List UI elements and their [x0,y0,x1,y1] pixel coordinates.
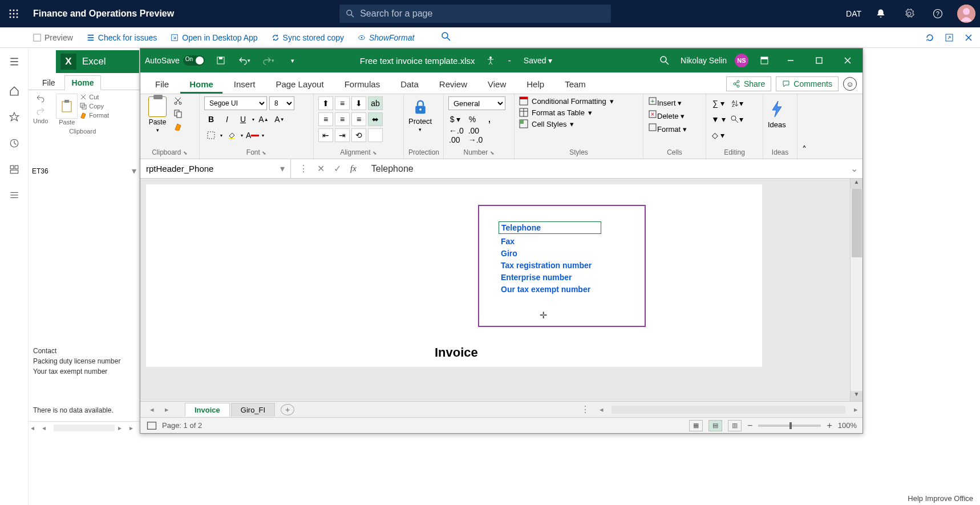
ribbon-display-icon[interactable] [756,52,772,68]
help-icon[interactable]: ? [929,5,947,23]
tab-insert[interactable]: Insert [225,75,265,94]
conditional-formatting-button[interactable]: Conditional Formatting ▾ [519,96,614,106]
font-color-button[interactable]: A [245,128,260,142]
mini-name-box[interactable] [32,167,83,175]
favorites-nav-icon[interactable] [9,112,19,124]
format-as-table-button[interactable]: Format as Table ▾ [519,108,614,117]
align-right-icon[interactable]: ≡ [351,112,366,126]
global-search[interactable]: Search for a page [339,5,611,23]
format-cells-button[interactable]: Format ▾ [648,123,687,134]
align-bottom-icon[interactable]: ⬇ [351,96,366,110]
zoom-out-button[interactable]: − [747,421,752,431]
currency-button[interactable]: $ ▾ [448,112,462,126]
protect-icon[interactable] [412,99,429,116]
cut-icon[interactable] [173,96,183,106]
clear-button[interactable]: ◇ ▾ [711,128,726,142]
accessibility-icon[interactable] [486,56,495,65]
format-painter-icon[interactable] [173,122,183,131]
underline-button[interactable]: U [236,112,250,126]
comments-button[interactable]: Comments [776,76,839,91]
tab-home[interactable]: Home [180,75,222,94]
tab-data[interactable]: Data [391,75,428,94]
refresh-icon[interactable] [925,33,934,42]
autosum-button[interactable]: ∑ ▾ [711,96,726,110]
ideas-icon[interactable] [769,100,785,118]
sheet-tab-giro[interactable]: Giro_FI [231,403,275,417]
tab-formulas[interactable]: Formulas [335,75,390,94]
notifications-icon[interactable] [872,5,890,23]
share-button[interactable]: Share [726,76,771,91]
mini-copy[interactable]: Copy [80,103,109,110]
comma-button[interactable]: , [483,112,496,126]
tab-team[interactable]: Team [556,75,595,94]
formula-bar[interactable]: Telephone [365,164,851,174]
search-command-icon[interactable] [442,32,451,43]
add-sheet-button[interactable]: + [281,404,294,415]
title-search-icon[interactable] [657,52,673,68]
open-desktop-command[interactable]: Open in Desktop App [171,33,257,42]
align-left-icon[interactable]: ≡ [318,112,333,126]
border-button[interactable] [204,128,218,142]
mini-paste-button[interactable] [56,94,78,119]
popout-icon[interactable] [945,33,954,42]
recent-nav-icon[interactable] [9,138,19,151]
cancel-formula-icon[interactable]: ✕ [317,163,325,174]
tab-review[interactable]: Review [430,75,476,94]
font-name-select[interactable]: Segoe UI [204,96,267,110]
save-icon[interactable] [213,52,229,68]
maximize-button[interactable] [809,52,829,68]
preview-tab-file[interactable]: File [35,76,62,90]
orientation-icon[interactable]: ⟲ [351,128,366,142]
app-launcher[interactable] [5,5,23,23]
bold-button[interactable]: B [204,112,218,126]
close-icon[interactable] [964,33,973,42]
decrease-font-icon[interactable]: A▼ [273,112,286,126]
qat-customize-icon[interactable]: ▾ [285,52,301,68]
user-initials[interactable]: NS [735,54,748,67]
sync-command[interactable]: Sync stored copy [272,33,344,42]
collapse-ribbon-icon[interactable]: ˄ [797,94,811,159]
expand-formula-bar-icon[interactable]: ⌄ [851,163,858,174]
align-top-icon[interactable]: ⬆ [318,96,333,110]
feedback-icon[interactable]: ☺ [843,77,857,91]
wrap-text-button[interactable]: ab [368,96,383,110]
field-telephone[interactable]: Telephone [499,221,601,234]
decrease-indent-icon[interactable]: ⇤ [318,128,333,142]
number-format-select[interactable]: General [448,96,505,110]
insert-cells-button[interactable]: +Insert ▾ [648,96,687,107]
company-indicator[interactable]: DAT [846,9,861,18]
zoom-level[interactable]: 100% [838,421,857,430]
align-middle-icon[interactable]: ≡ [335,96,350,110]
undo-icon[interactable] [36,94,45,103]
field-tax-exempt[interactable]: Our tax exempt number [501,285,630,294]
show-format-command[interactable]: ShowFormat [358,33,414,42]
modules-nav-icon[interactable] [9,191,19,203]
tab-help[interactable]: Help [517,75,553,94]
field-tax-reg[interactable]: Tax registration number [501,261,630,270]
delete-cells-button[interactable]: ×Delete ▾ [648,110,687,120]
increase-font-icon[interactable]: A▲ [257,112,270,126]
page-layout-view-button[interactable]: ▤ [708,420,722,431]
font-size-select[interactable]: 8 [269,96,294,110]
settings-icon[interactable] [900,5,918,23]
redo-icon[interactable]: ▾ [261,52,277,68]
mini-cut[interactable]: Cut [80,94,109,100]
save-status[interactable]: Saved ▾ [524,56,553,65]
increase-indent-icon[interactable]: ⇥ [335,128,350,142]
increase-decimal-icon[interactable]: ←.0.00 [448,128,464,142]
sheet-tab-invoice[interactable]: Invoice [185,403,230,417]
sheet-options-icon[interactable]: ⋮ [581,404,590,415]
mini-format-painter[interactable]: Format [80,112,109,119]
decrease-decimal-icon[interactable]: .00→.0 [468,128,484,142]
autosave-toggle[interactable]: On [183,55,205,66]
cell-styles-button[interactable]: Cell Styles ▾ [519,119,614,128]
preview-command[interactable]: Preview [33,33,73,42]
undo-icon[interactable]: ▾ [237,52,253,68]
minimize-button[interactable] [780,52,801,68]
user-avatar[interactable] [957,5,975,23]
copy-icon[interactable] [173,109,183,118]
field-enterprise[interactable]: Enterprise number [501,273,630,282]
help-improve-link[interactable]: Help Improve Office [908,494,973,503]
tab-view[interactable]: View [479,75,515,94]
percent-button[interactable]: % [465,112,479,126]
